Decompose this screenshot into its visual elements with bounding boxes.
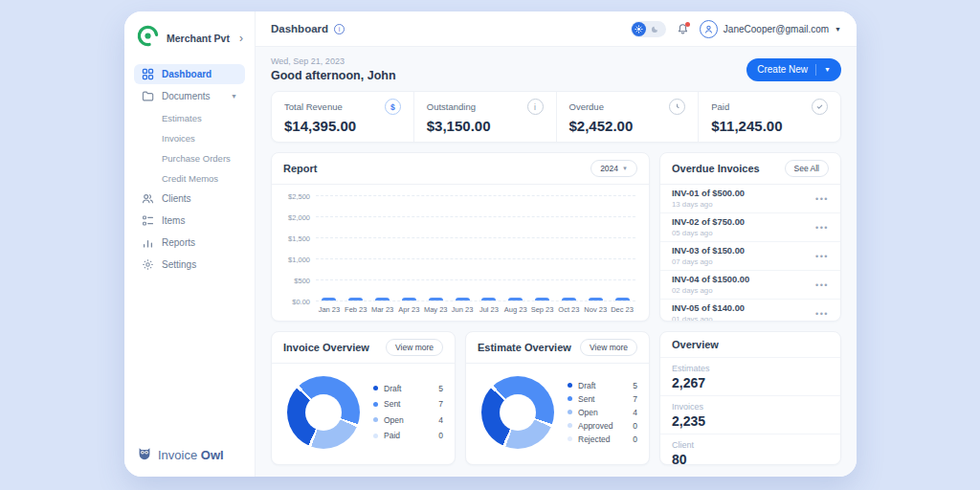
overdue-row[interactable]: INV-05 of $140.0001 days ago ••• — [660, 300, 840, 322]
clock-icon — [669, 99, 685, 115]
legend-dot — [568, 436, 572, 441]
sidebar-item-purchase-orders[interactable]: Purchase Orders — [134, 148, 245, 168]
invoice-age: 07 days ago — [672, 257, 815, 266]
bar-aug-23[interactable] — [508, 298, 523, 301]
invoiceowl-logo: Invoice Owl — [137, 446, 224, 464]
overview-label: Estimates — [672, 364, 829, 373]
x-axis-label: Mar 23 — [369, 305, 396, 314]
x-axis-label: Dec 23 — [609, 305, 635, 314]
notification-bell-icon[interactable] — [677, 23, 689, 35]
chevron-down-icon: ▼ — [835, 26, 841, 33]
legend-dot — [373, 402, 378, 407]
bar-sep-23[interactable] — [535, 298, 549, 301]
year-select[interactable]: 2024▼ — [590, 160, 637, 177]
sidebar-subitem-label: Estimates — [162, 113, 202, 123]
legend-dot — [373, 417, 378, 422]
x-axis: Jan 23Feb 23Mar 23Apr 23May 23Jun 23Jul … — [316, 301, 635, 314]
bar-dec-23[interactable] — [615, 298, 630, 301]
more-options-button[interactable]: ••• — [815, 280, 829, 290]
bar-nov-23[interactable] — [589, 298, 603, 301]
owl-icon — [137, 446, 152, 464]
stat-label: Total Revenue — [284, 101, 343, 112]
overdue-row[interactable]: INV-04 of $1500.0002 days ago ••• — [660, 271, 840, 300]
sidebar-subitem-label: Credit Memos — [162, 173, 218, 184]
stat-value: $14,395.00 — [284, 118, 401, 134]
more-options-button[interactable]: ••• — [815, 252, 829, 261]
overdue-row[interactable]: INV-03 of $150.0007 days ago ••• — [660, 242, 840, 271]
view-more-button[interactable]: View more — [386, 339, 443, 356]
overdue-title: Overdue Invoices — [672, 163, 760, 174]
legend-row: Draft5 — [373, 384, 443, 393]
overdue-invoices-panel: Overdue Invoices See All INV-01 of $500.… — [659, 152, 841, 322]
theme-toggle[interactable] — [631, 21, 666, 37]
x-axis-label: May 23 — [422, 305, 449, 314]
invoice-age: 13 days ago — [672, 200, 815, 209]
overview-value: 2,267 — [672, 375, 829, 390]
sidebar-item-settings[interactable]: Settings — [134, 255, 245, 275]
desktop-background: Merchant Pvt › Dashboard Documents ▼ Est… — [0, 0, 980, 490]
create-new-button[interactable]: Create New ▼ — [746, 58, 841, 81]
more-options-button[interactable]: ••• — [815, 194, 829, 204]
stat-value: $3,150.00 — [427, 118, 544, 134]
invoice-age: 02 days ago — [672, 286, 815, 295]
sidebar-item-credit-memos[interactable]: Credit Memos — [134, 168, 245, 189]
bar-mar-23[interactable] — [375, 298, 390, 301]
sidebar-item-reports[interactable]: Reports — [134, 233, 245, 253]
legend-row: Sent7 — [568, 394, 637, 404]
dashboard-icon — [142, 68, 154, 80]
account-menu[interactable]: JaneCooper@gmail.com ▼ — [700, 20, 841, 38]
year-select-value: 2024 — [600, 164, 618, 173]
overview-value: 2,235 — [672, 413, 829, 429]
overview-row-estimates: Estimates 2,267 — [660, 358, 840, 396]
overview-label: Invoices — [672, 402, 829, 412]
legend-row: Rejected0 — [568, 434, 637, 444]
x-axis-label: Apr 23 — [395, 305, 422, 314]
x-axis-label: Aug 23 — [502, 305, 529, 314]
overdue-list: INV-01 of $500.0013 days ago ••• INV-02 … — [660, 185, 840, 322]
greeting-block: Wed, Sep 21, 2023 Good afternoon, John — [271, 56, 396, 82]
view-more-button[interactable]: View more — [580, 339, 637, 356]
legend-row: Paid0 — [373, 431, 443, 440]
more-options-button[interactable]: ••• — [815, 223, 829, 233]
bars — [316, 195, 635, 301]
sidebar-item-clients[interactable]: Clients — [134, 189, 245, 209]
sidebar-item-items[interactable]: Items — [134, 211, 245, 231]
legend-dot — [373, 434, 378, 438]
sidebar: Merchant Pvt › Dashboard Documents ▼ Est… — [124, 11, 256, 477]
bar-feb-23[interactable] — [348, 298, 363, 301]
sun-icon — [632, 22, 646, 36]
bar-jan-23[interactable] — [322, 298, 336, 301]
bar-jul-23[interactable] — [481, 298, 496, 301]
settings-icon — [142, 258, 154, 271]
overview-row-invoices: Invoices 2,235 — [660, 396, 840, 434]
overdue-row[interactable]: INV-01 of $500.0013 days ago ••• — [660, 185, 840, 213]
stats-summary: Total Revenue$ $14,395.00 Outstandingi $… — [271, 91, 841, 143]
see-all-button[interactable]: See All — [785, 160, 829, 177]
invoice-age: 01 days ago — [672, 315, 815, 322]
page-title: Dashboard — [271, 23, 328, 34]
sidebar-item-dashboard[interactable]: Dashboard — [134, 64, 245, 84]
sidebar-item-invoices[interactable]: Invoices — [134, 128, 245, 148]
sidebar-item-label: Settings — [162, 259, 196, 270]
sidebar-item-estimates[interactable]: Estimates — [134, 108, 245, 128]
bar-apr-23[interactable] — [402, 298, 416, 301]
bar-jun-23[interactable] — [456, 298, 470, 301]
sidebar-item-label: Clients — [162, 193, 191, 204]
invoice-name: INV-01 of $500.00 — [672, 189, 815, 198]
bar-may-23[interactable] — [429, 298, 443, 301]
stat-value: $2,452.00 — [569, 118, 686, 134]
info-icon[interactable]: i — [334, 24, 345, 34]
overview-label: Client — [672, 440, 829, 450]
more-options-button[interactable]: ••• — [815, 309, 829, 319]
estimate-overview-title: Estimate Overview — [478, 342, 571, 353]
current-date: Wed, Sep 21, 2023 — [271, 56, 396, 66]
bar-oct-23[interactable] — [562, 298, 576, 301]
overdue-row[interactable]: INV-02 of $750.0005 days ago ••• — [660, 213, 840, 242]
sidebar-item-documents[interactable]: Documents ▼ — [134, 86, 245, 106]
company-switcher[interactable]: Merchant Pvt › — [124, 11, 255, 62]
y-axis-tick: $500 — [278, 277, 310, 285]
invoice-name: INV-04 of $1500.00 — [672, 275, 815, 284]
stat-total-revenue: Total Revenue$ $14,395.00 — [272, 92, 414, 142]
greeting-message: Good afternoon, John — [271, 69, 396, 82]
estimate-legend: Draft5 Sent7 Open4 Approved0 Rejected0 — [568, 377, 637, 448]
